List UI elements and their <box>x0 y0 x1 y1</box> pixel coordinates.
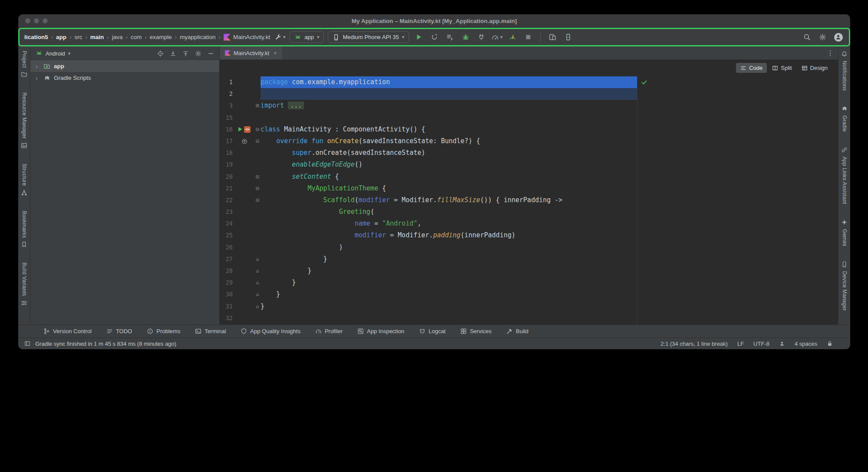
breadcrumb-item-java[interactable]: java <box>112 34 123 40</box>
code-text[interactable]: name = "Android", <box>261 218 421 229</box>
caret-position-widget[interactable]: 2:1 (34 chars, 1 line break) <box>660 341 728 347</box>
tool-stripe-notifications[interactable]: Notifications <box>841 51 848 91</box>
breadcrumb-item-com[interactable]: com <box>131 34 142 40</box>
tool-stripe-gemini[interactable]: Gemini <box>841 219 848 246</box>
fold-marker-icon[interactable]: ⊟ <box>254 135 261 147</box>
running-devices-button[interactable] <box>562 31 574 43</box>
profile-low-overhead-button[interactable] <box>507 31 518 43</box>
panel-options-button[interactable] <box>195 50 201 57</box>
editor-tab[interactable]: MainActivity.kt × <box>220 46 282 59</box>
tool-window-button-logcat[interactable]: Logcat <box>419 328 446 334</box>
tool-stripe-gradle[interactable]: Gradle <box>841 105 848 132</box>
code-text[interactable]: enableEdgeToEdge() <box>261 159 363 170</box>
code-text[interactable]: } <box>261 265 311 277</box>
profile-avatar-button[interactable] <box>832 31 844 43</box>
device-mirroring-button[interactable] <box>547 31 558 43</box>
tool-window-button-services[interactable]: Services <box>460 328 492 334</box>
breadcrumb-item-mainactivity-kt[interactable]: MainActivity.kt <box>224 34 270 41</box>
code-area[interactable]: 1package com.example.myapplication23⊞imp… <box>220 76 838 324</box>
fold-marker-icon[interactable]: ⊟ <box>254 171 261 183</box>
run-configuration-selector[interactable]: app ▾ <box>290 31 324 43</box>
tool-stripe-resource-manager[interactable]: Resource Manager <box>21 92 27 149</box>
code-text[interactable]: } <box>261 253 327 265</box>
fold-marker-icon[interactable]: ⊟ <box>254 183 261 194</box>
apply-changes-button[interactable] <box>429 31 440 43</box>
close-window-button[interactable] <box>25 18 30 23</box>
tool-stripe-build-variants[interactable]: Build Variants <box>21 262 27 306</box>
code-text[interactable]: override fun onCreate(savedInstanceState… <box>261 135 480 147</box>
code-text[interactable]: MyApplicationTheme { <box>261 183 386 194</box>
compose-preview-icon[interactable]: <> <box>244 126 251 133</box>
fold-marker-icon[interactable]: ⌂ <box>254 265 261 277</box>
tool-window-button-todo[interactable]: TODO <box>106 328 132 334</box>
line-separator-widget[interactable]: LF <box>737 341 744 347</box>
code-text[interactable]: import ... <box>261 100 304 111</box>
code-text[interactable]: } <box>261 301 264 312</box>
collapse-all-button[interactable] <box>170 50 176 57</box>
chevron-right-icon[interactable]: › <box>36 75 40 82</box>
breadcrumb-item-myapplication[interactable]: myapplication <box>180 34 216 40</box>
tree-item-app[interactable]: ›app <box>30 60 219 72</box>
fold-marker-icon[interactable]: ⌂ <box>254 253 261 265</box>
device-selector[interactable]: Medium Phone API 35 ▾ <box>328 31 409 43</box>
editor-options-kebab-icon[interactable]: ⋮ <box>822 49 838 57</box>
code-text[interactable]: } <box>261 288 280 300</box>
hide-panel-button[interactable] <box>208 50 214 57</box>
tool-window-layout-button[interactable] <box>24 341 30 347</box>
highlighting-level-icon[interactable] <box>779 341 785 347</box>
tool-window-button-terminal[interactable]: Terminal <box>195 328 226 334</box>
settings-button[interactable] <box>817 31 828 43</box>
fold-marker-icon[interactable]: ⌂ <box>254 288 261 300</box>
fold-marker-icon[interactable]: ⊟ <box>254 124 261 135</box>
breadcrumb-item-src[interactable]: src <box>74 34 82 40</box>
tool-window-button-profiler[interactable]: Profiler <box>315 328 343 334</box>
run-button[interactable] <box>413 31 425 43</box>
view-mode-code[interactable]: Code <box>736 63 767 73</box>
code-text[interactable]: Greeting( <box>261 206 374 218</box>
expand-all-button[interactable] <box>182 50 189 57</box>
encoding-widget[interactable]: UTF-8 <box>753 341 769 347</box>
run-line-icon[interactable] <box>238 127 242 131</box>
tool-window-button-app-inspection[interactable]: App Inspection <box>357 328 404 334</box>
close-tab-icon[interactable]: × <box>274 50 277 56</box>
tool-stripe-app-links-assistant[interactable]: App Links Assistant <box>841 147 848 204</box>
tree-item-gradle-scripts[interactable]: ›Gradle Scripts <box>30 72 219 84</box>
readonly-lock-icon[interactable] <box>827 341 833 347</box>
code-text[interactable] <box>261 88 637 100</box>
code-text[interactable]: modifier = Modifier.padding(innerPadding… <box>261 229 515 241</box>
indent-widget[interactable]: 4 spaces <box>795 341 817 347</box>
view-mode-design[interactable]: Design <box>797 63 832 73</box>
code-text[interactable]: class MainActivity : ComponentActivity()… <box>261 124 425 135</box>
tool-stripe-project[interactable]: Project <box>21 51 27 78</box>
code-text[interactable]: setContent { <box>261 171 339 183</box>
view-mode-split[interactable]: Split <box>768 63 796 73</box>
code-text[interactable]: ) <box>261 242 343 253</box>
tool-window-button-problems[interactable]: Problems <box>147 328 180 334</box>
inspections-ok-icon[interactable] <box>641 79 647 85</box>
tool-window-button-version-control[interactable]: Version Control <box>43 328 92 334</box>
tool-window-button-app-quality-insights[interactable]: App Quality Insights <box>241 328 300 334</box>
fold-marker-icon[interactable]: ⊟ <box>254 194 261 206</box>
tool-stripe-bookmarks[interactable]: Bookmarks <box>21 211 27 248</box>
attach-debugger-button[interactable] <box>475 31 487 43</box>
locate-file-button[interactable] <box>157 50 164 57</box>
fold-marker-icon[interactable]: ⊞ <box>254 100 261 111</box>
code-text[interactable]: super.onCreate(savedInstanceState) <box>261 147 425 159</box>
fold-marker-icon[interactable]: ⌂ <box>254 277 261 288</box>
project-view-selector[interactable]: Android <box>46 50 65 57</box>
build-tools-button[interactable]: ▾ <box>274 31 286 43</box>
tool-stripe-structure[interactable]: Structure <box>21 164 27 196</box>
minimize-window-button[interactable] <box>34 18 39 23</box>
stop-button[interactable] <box>522 31 534 43</box>
breadcrumb-item-example[interactable]: example <box>150 34 172 40</box>
debug-button[interactable] <box>460 31 472 43</box>
tool-stripe-device-manager[interactable]: Device Manager <box>841 261 848 311</box>
apply-code-changes-button[interactable] <box>444 31 456 43</box>
search-everywhere-button[interactable] <box>801 31 813 43</box>
profiler-button[interactable]: ▾ <box>491 31 503 43</box>
chevron-right-icon[interactable]: › <box>36 63 40 70</box>
code-text[interactable]: } <box>261 277 296 288</box>
zoom-window-button[interactable] <box>43 18 48 23</box>
override-icon[interactable] <box>241 138 248 144</box>
fold-marker-icon[interactable]: ⌂ <box>254 301 261 312</box>
